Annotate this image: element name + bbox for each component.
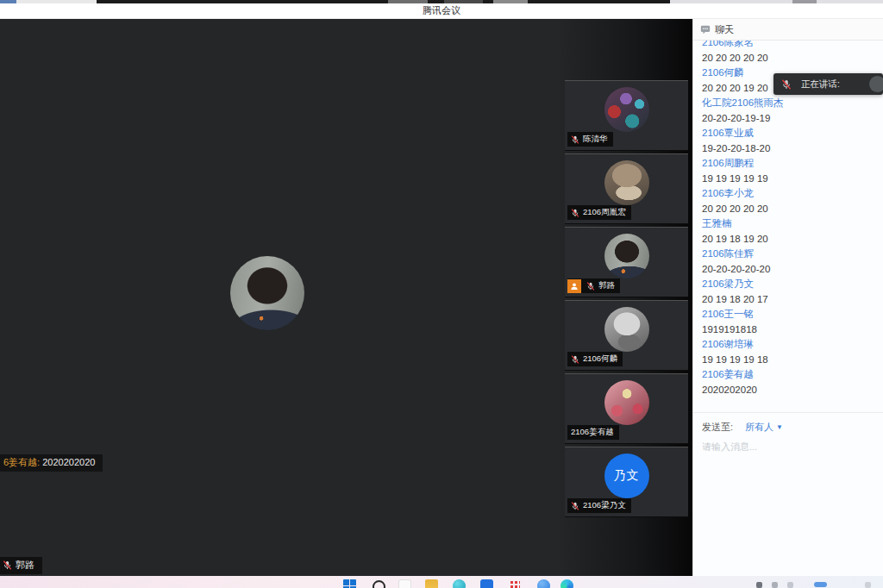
participant-tile[interactable]: 乃文 2106梁乃文 xyxy=(565,447,688,517)
chat-sender: 2106王一铭 xyxy=(702,307,874,322)
chat-text: 19 19 19 19 19 xyxy=(702,172,874,187)
chat-text: 20 19 18 20 17 xyxy=(702,292,874,308)
avatar-initials: 乃文 xyxy=(614,468,640,484)
muted-mic-icon xyxy=(571,135,579,144)
chat-message: 2106梁乃文20 19 18 20 17 xyxy=(702,277,874,307)
chat-message: 2106谢培琳19 19 19 19 18 xyxy=(702,337,874,367)
tray-icon[interactable] xyxy=(772,582,778,588)
send-to-label: 发送至: xyxy=(702,421,733,434)
muted-mic-icon xyxy=(571,502,579,510)
app-red-dots-icon[interactable] xyxy=(509,579,520,588)
chat-sender: 2106陈家名 xyxy=(702,41,874,51)
chat-message: 2106覃业威19-20-20-18-20 xyxy=(702,126,874,156)
send-to-dropdown[interactable]: 所有人 ▼ xyxy=(745,421,783,434)
main-video-stage: 6姜有越: 2020202020 郭路 xyxy=(0,19,560,576)
chat-overlay-message: 2020202020 xyxy=(42,457,95,467)
tray-icon[interactable] xyxy=(756,582,762,588)
app-blue-icon[interactable] xyxy=(480,579,493,588)
chat-message: 2106周鹏程19 19 19 19 19 xyxy=(702,156,874,186)
participant-name: 郭路 xyxy=(598,280,615,291)
speaking-toast-avatar xyxy=(869,76,883,92)
participant-name: 2106周胤宏 xyxy=(583,207,626,218)
folder-icon[interactable] xyxy=(425,579,438,588)
avatar xyxy=(604,87,649,132)
chat-text: 20-20-20-20-20 xyxy=(702,262,874,278)
chat-message: 2106王一铭1919191818 xyxy=(702,307,874,337)
tray-icon[interactable] xyxy=(814,582,827,587)
participant-tile[interactable]: 陈清华 xyxy=(565,80,688,151)
chat-sender: 2106陈佳辉 xyxy=(702,247,874,262)
muted-mic-icon xyxy=(586,282,595,291)
host-badge-icon xyxy=(567,279,581,293)
search-icon[interactable] xyxy=(373,580,385,588)
chat-sender: 2106梁乃文 xyxy=(702,277,874,292)
chat-overlay-bubble: 6姜有越: 2020202020 xyxy=(0,454,103,472)
send-to-row: 发送至: 所有人 ▼ xyxy=(702,421,874,434)
avatar xyxy=(604,234,649,278)
avatar xyxy=(604,307,649,352)
edge-icon[interactable] xyxy=(560,579,573,588)
chat-message: 2106李小龙20 20 20 20 20 xyxy=(702,186,874,216)
chat-overlay-sender: 6姜有越: xyxy=(3,457,40,467)
chat-message: 王雅楠20 19 18 19 20 xyxy=(702,216,874,247)
participant-name-label: 2106梁乃文 xyxy=(567,498,631,513)
muted-mic-icon xyxy=(571,355,579,364)
cloud-app-icon[interactable] xyxy=(537,579,550,588)
chat-message: 2106陈家名20 20 20 20 20 xyxy=(702,41,874,66)
chat-text: 19 19 19 19 18 xyxy=(702,353,874,368)
start-icon[interactable] xyxy=(343,579,356,588)
main-speaker-name: 郭路 xyxy=(16,559,34,572)
notes-icon[interactable] xyxy=(398,579,411,588)
participant-name-label: 2106周胤宏 xyxy=(567,205,631,220)
tray-icon[interactable] xyxy=(787,582,793,588)
chat-header: 聊天 xyxy=(693,19,883,41)
avatar: 乃文 xyxy=(604,454,649,498)
chat-bubble-icon xyxy=(700,24,711,34)
avatar xyxy=(604,160,649,205)
meeting-content: 6姜有越: 2020202020 郭路 陈清华 xyxy=(0,19,883,576)
participant-name: 2106姜有越 xyxy=(571,427,614,438)
chat-text: 20 20 20 20 20 xyxy=(702,51,874,66)
participant-tile[interactable]: 郭路 xyxy=(565,227,688,297)
tray-icon[interactable] xyxy=(865,582,871,588)
chat-text: 20-20-20-19-19 xyxy=(702,111,874,127)
participant-tile[interactable]: 2106何麟 xyxy=(565,300,688,371)
chat-sender: 化工院2106熊雨杰 xyxy=(702,96,874,111)
chat-sender: 2106李小龙 xyxy=(702,186,874,202)
chevron-down-icon: ▼ xyxy=(776,423,783,431)
chat-message: 化工院2106熊雨杰20-20-20-19-19 xyxy=(702,96,874,126)
chat-header-title: 聊天 xyxy=(715,23,734,36)
chat-sender: 2106周鹏程 xyxy=(702,156,874,172)
chat-message: 2106陈佳辉20-20-20-20-20 xyxy=(702,247,874,277)
participant-name-label: 陈清华 xyxy=(567,132,613,147)
participant-name-label: 2106何麟 xyxy=(567,352,623,366)
chat-message: 2106姜有越2020202020 xyxy=(702,367,874,397)
chat-sender: 2106覃业威 xyxy=(702,126,874,141)
send-to-selected: 所有人 xyxy=(745,421,773,434)
participant-name: 陈清华 xyxy=(583,134,608,145)
chat-text: 1919191818 xyxy=(702,322,874,338)
chat-message-list[interactable]: 2106陈家名20 20 20 20 20 2106何麟20 20 20 19 … xyxy=(693,41,883,412)
participant-tile[interactable]: 2106周胤宏 xyxy=(565,153,688,224)
participant-name-label: 郭路 xyxy=(567,278,620,293)
chat-text: 19-20-20-18-20 xyxy=(702,141,874,157)
taskbar[interactable] xyxy=(0,576,883,588)
muted-mic-icon xyxy=(571,209,579,217)
participant-thumbnail-strip[interactable]: 陈清华 2106周胤宏 郭路 xyxy=(560,19,692,576)
participant-name: 2106梁乃文 xyxy=(583,500,626,511)
muted-mic-icon xyxy=(3,560,12,570)
message-input[interactable] xyxy=(702,441,874,452)
participant-name-label: 2106姜有越 xyxy=(567,425,619,440)
window-title: 腾讯会议 xyxy=(0,3,883,18)
chat-text: 20 20 20 20 20 xyxy=(702,202,874,217)
speaking-toast: 正在讲话: xyxy=(773,73,883,95)
main-speaker-avatar xyxy=(230,256,304,330)
participant-tile[interactable]: 2106姜有越 xyxy=(565,373,688,444)
chat-text: 2020202020 xyxy=(702,383,874,398)
browser-teal-icon[interactable] xyxy=(453,579,466,588)
chat-sender: 2106姜有越 xyxy=(702,367,874,383)
speaking-toast-label: 正在讲话: xyxy=(801,78,840,91)
chat-sender: 2106谢培琳 xyxy=(702,337,874,353)
avatar xyxy=(604,380,649,425)
chat-footer: 发送至: 所有人 ▼ xyxy=(693,412,883,576)
